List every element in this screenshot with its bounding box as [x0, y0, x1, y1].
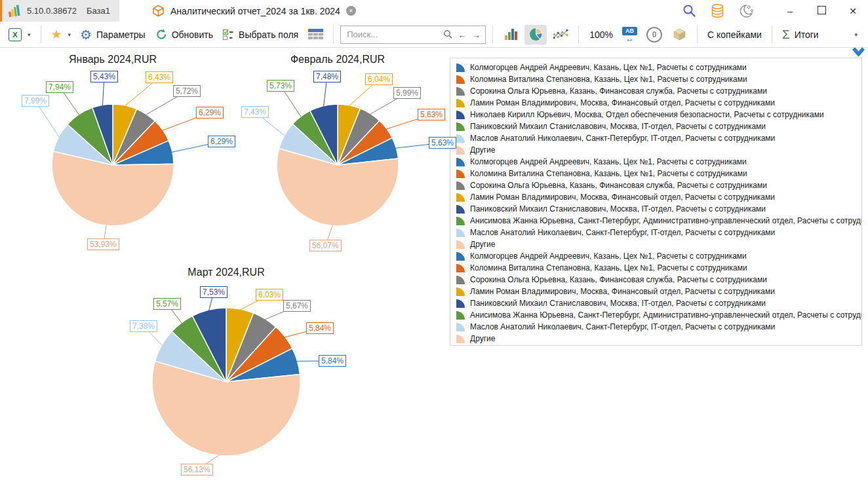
pie-percent-label: 5,99% [393, 87, 421, 99]
pie-percent-label: 7,48% [313, 71, 341, 83]
pie-percent-label: 7,38% [130, 320, 157, 332]
legend-label: Сорокина Ольга Юрьевна, Казань, Финансов… [470, 86, 767, 96]
legend-item[interactable]: Коломина Виталина Степановна, Казань, Це… [450, 73, 861, 85]
favorites-button[interactable]: ★ ▾ [48, 26, 75, 43]
zero-decimals-button[interactable]: 0 [646, 27, 662, 43]
toolbar: X ▾ ★ ▾ ⚙ Параметры Обновить Выбрать пол… [0, 22, 868, 48]
legend-marker-icon [456, 122, 465, 131]
line-chart-button[interactable] [549, 25, 572, 45]
pie-percent-label: 7,43% [241, 106, 269, 118]
pie-percent-label: 5,63% [418, 109, 445, 121]
sigma-icon: Σ [782, 28, 790, 41]
legend-marker-icon [456, 99, 465, 107]
legend-item[interactable]: Паниковский Михаил Станиславович, Москва… [450, 297, 861, 309]
zoom-level[interactable]: 100% [585, 29, 617, 40]
width-arrow-icon: ↔ [625, 35, 633, 42]
pie-percent-label: 6,03% [256, 289, 283, 301]
legend-collapse-icon[interactable] [852, 47, 865, 58]
legend-item[interactable]: Маслов Анатолий Николаевич, Санкт-Петерб… [450, 227, 861, 238]
legend-label: Маслов Анатолий Николаевич, Санкт-Петерб… [470, 228, 775, 237]
legend-label: Паниковский Михаил Станиславович, Москва… [470, 122, 766, 131]
legend-label: Другие [470, 145, 495, 155]
legend-item[interactable]: Паниковский Михаил Станиславович, Москва… [450, 203, 861, 215]
pie-chart-button[interactable] [524, 25, 547, 45]
legend-item[interactable]: Колмогорцев Андрей Андреевич, Казань, Це… [450, 250, 861, 262]
legend-item[interactable]: Коломина Виталина Степановна, Казань, Це… [450, 168, 861, 179]
bar-chart-button[interactable] [500, 25, 522, 45]
legend-item[interactable]: Колмогорцев Андрей Андреевич, Казань, Це… [450, 62, 861, 73]
line-chart-icon [553, 29, 568, 41]
pie-percent-label: 5,84% [319, 355, 346, 367]
totals-button[interactable]: Σ Итоги [779, 26, 822, 43]
legend-marker-icon [456, 229, 465, 237]
totals-dropdown-icon[interactable]: ▾ [854, 31, 858, 38]
legend-item[interactable]: Маслов Анатолий Николаевич, Санкт-Петерб… [450, 321, 861, 333]
legend-marker-icon [456, 64, 465, 72]
excel-icon: X [9, 28, 22, 41]
legend-label: Анисимова Жанна Юрьевна, Санкт-Петербург… [470, 310, 862, 320]
search-prev-icon[interactable]: ← [458, 30, 467, 39]
pie-percent-label: 6,04% [365, 73, 393, 85]
legend-item[interactable]: Сорокина Ольга Юрьевна, Казань, Финансов… [450, 85, 861, 97]
legend-item[interactable]: Другие [450, 144, 861, 156]
legend-item[interactable]: Ламин Роман Владимирович, Москва, Финанс… [450, 191, 861, 203]
table-view-button[interactable] [304, 25, 326, 45]
search-input[interactable] [345, 29, 439, 40]
legend-item[interactable]: Ламин Роман Владимирович, Москва, Финанс… [450, 97, 861, 109]
legend-label: Ламин Роман Владимирович, Москва, Финанс… [470, 98, 775, 107]
legend-label: Николаев Кирилл Юрьевич, Москва, Отдел о… [470, 110, 824, 119]
legend-marker-icon [456, 75, 465, 84]
separator [492, 26, 493, 43]
legend-marker-icon [456, 217, 465, 225]
pie-percent-label: 5,57% [153, 298, 181, 310]
legend-marker-icon [456, 193, 465, 202]
search-box: ← → [340, 26, 486, 44]
pie-percent-label: 7,94% [46, 81, 73, 93]
legend-marker-icon [456, 205, 465, 214]
legend-item[interactable]: Колмогорцев Андрей Андреевич, Казань, Це… [450, 156, 861, 168]
parameters-button[interactable]: ⚙ Параметры [77, 26, 149, 43]
pie-chart-icon [528, 27, 543, 42]
legend-item[interactable]: Маслов Анатолий Николаевич, Санкт-Петерб… [450, 132, 861, 144]
pie-percent-label: 5,63% [429, 137, 456, 149]
legend-item[interactable]: Ламин Роман Владимирович, Москва, Финанс… [450, 286, 861, 297]
legend-item[interactable]: Другие [450, 333, 861, 344]
cube-button[interactable] [673, 28, 686, 41]
kopecks-toggle[interactable]: С копейками [704, 28, 765, 42]
refresh-button[interactable]: Обновить [151, 26, 216, 43]
separator [697, 26, 698, 43]
separator [333, 26, 334, 43]
legend-item[interactable]: Анисимова Жанна Юрьевна, Санкт-Петербург… [450, 309, 861, 321]
chevron-down-icon: ▾ [28, 31, 31, 38]
legend-marker-icon [456, 240, 465, 249]
pie-percent-label: 56,07% [309, 240, 342, 251]
select-fields-icon [222, 29, 234, 41]
legend-item[interactable]: Сорокина Ольга Юрьевна, Казань, Финансов… [450, 179, 861, 191]
legend-label: Другие [470, 334, 495, 343]
chevron-down-icon: ▾ [68, 31, 71, 38]
search-next-icon[interactable]: → [471, 30, 481, 39]
export-excel-button[interactable]: X ▾ [5, 26, 34, 43]
chart-title-march: Март 2024,RUR [128, 267, 325, 278]
legend-label: Коломина Виталина Степановна, Казань, Це… [470, 263, 747, 272]
separator [578, 26, 579, 43]
auto-width-button[interactable]: AB ↔ [620, 27, 640, 42]
legend-marker-icon [456, 146, 465, 155]
legend-label: Колмогорцев Андрей Андреевич, Казань, Це… [470, 63, 747, 72]
totals-label: Итоги [795, 29, 819, 40]
legend-item[interactable]: Сорокина Ольга Юрьевна, Казань, Финансов… [450, 274, 861, 286]
legend-item[interactable]: Анисимова Жанна Юрьевна, Санкт-Петербург… [450, 215, 861, 227]
legend-item[interactable]: Паниковский Михаил Станиславович, Москва… [450, 121, 861, 132]
legend-item[interactable]: Николаев Кирилл Юрьевич, Москва, Отдел о… [450, 109, 861, 121]
search-glass-icon[interactable] [443, 29, 453, 39]
legend-label: Паниковский Михаил Станиславович, Москва… [470, 204, 766, 214]
legend-marker-icon [456, 299, 465, 308]
pie-percent-label: 56,13% [181, 464, 213, 475]
refresh-icon [155, 28, 167, 41]
select-fields-button[interactable]: Выбрать поля [219, 27, 302, 43]
pie-percent-label: 53,93% [87, 238, 119, 250]
refresh-label: Обновить [172, 29, 213, 40]
legend-item[interactable]: Другие [450, 238, 861, 250]
chart-title-february: Февраль 2024,RUR [239, 54, 436, 65]
legend-item[interactable]: Коломина Виталина Степановна, Казань, Це… [450, 262, 861, 274]
